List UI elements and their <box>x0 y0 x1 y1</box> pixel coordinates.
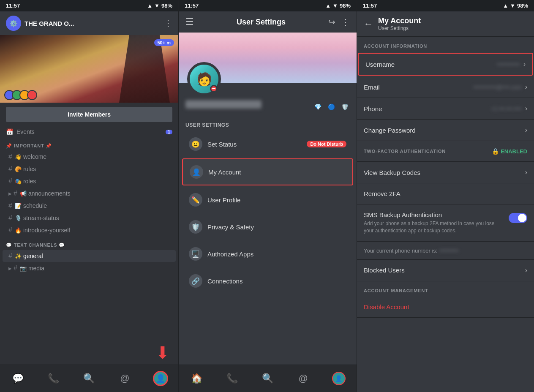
time-1: 11:57 <box>6 3 20 9</box>
my-account-item[interactable]: 👤 My Account <box>182 158 353 185</box>
bottom-nav-1: 💬 📞 🔍 @ 👤 <box>0 365 178 392</box>
hash-icon: # <box>8 252 12 260</box>
user-profile-item[interactable]: ✏️ User Profile <box>182 187 353 212</box>
blocked-users-label: Blocked Users <box>364 267 405 274</box>
shield-icon: 🛡️ <box>191 223 200 231</box>
authorized-apps-label: Authorized Apps <box>207 250 253 258</box>
nav-mentions[interactable]: @ <box>115 369 134 388</box>
nav-mentions-2[interactable]: @ <box>294 369 313 388</box>
privacy-icon: 🛡️ <box>189 220 202 234</box>
privacy-safety-label: Privacy & Safety <box>207 223 254 231</box>
channel-introduce-yourself[interactable]: # 🔥 introduce-yourself <box>3 224 176 236</box>
nav-search[interactable]: 🔍 <box>80 369 98 388</box>
blocked-users-item[interactable]: Blocked Users › <box>357 260 534 281</box>
server-menu-icon[interactable]: ⋮ <box>164 18 172 28</box>
section-important: 📌 IMPORTANT 📌 <box>0 137 178 150</box>
nav-home[interactable]: 💬 <box>8 369 27 388</box>
signal-icon: ▲ <box>147 3 153 9</box>
channel-schedule[interactable]: # 📝 schedule <box>3 200 176 212</box>
channel-stream-status[interactable]: # 🎙️ stream-status <box>3 212 176 224</box>
channel-name-welcome: welcome <box>23 153 46 160</box>
change-password-item[interactable]: Change Password › <box>357 120 534 141</box>
status-icons-2: ▲ ▼ 98% <box>325 3 351 9</box>
email-item[interactable]: Email ••••••••••••@••••.com › <box>357 76 534 98</box>
channel-name-schedule: schedule <box>23 202 47 209</box>
phone-value-area: +1 •••-•••-•••• › <box>491 105 527 112</box>
sms-backup-desc: Add your phone as a backup 2FA method in… <box>364 220 504 234</box>
channel-welcome[interactable]: # 👋 welcome <box>3 151 176 163</box>
nav-profile-2[interactable]: 👤 <box>330 369 348 388</box>
disable-account-item[interactable]: Disable Account <box>357 297 534 318</box>
sms-toggle[interactable] <box>509 213 527 223</box>
my-account-subtitle: User Settings <box>378 25 421 31</box>
remove-2fa-label: Remove 2FA <box>364 190 400 197</box>
my-account-icon: 👤 <box>190 165 203 179</box>
username-value: •••••••••••• <box>497 61 520 68</box>
expand-icon: ▶ <box>8 191 12 196</box>
nav-calls-2[interactable]: 📞 <box>223 369 241 388</box>
server-header[interactable]: ⚙️ THE GRAND O... ⋮ <box>0 11 178 35</box>
status-bar-1: 11:57 ▲ ▼ 98% <box>0 0 178 11</box>
two-factor-row: TWO-FACTOR AUTHENTICATION 🔒 ENABLED <box>357 141 534 162</box>
set-status-item[interactable]: 😐 Set Status Do Not Disturb <box>182 131 353 157</box>
username-item[interactable]: Username •••••••••••• › <box>358 53 533 76</box>
username-value-area: •••••••••••• › <box>497 60 526 68</box>
invite-members-button[interactable]: Invite Members <box>6 107 172 122</box>
channel-roles[interactable]: # 🎭 roles <box>3 175 176 187</box>
section-text-channels: 💬 TEXT CHANNELS 💬 <box>0 237 178 250</box>
channel-name-introduce-yourself: introduce-yourself <box>23 227 70 234</box>
channel-rules[interactable]: # 🥐 rules <box>3 163 176 175</box>
channel-list: 📅 Events 1 📌 IMPORTANT 📌 # 👋 welcome # 🥐… <box>0 126 178 365</box>
username-chevron: › <box>523 60 526 68</box>
hash-icon: # <box>14 190 17 197</box>
status-bar-2: 11:57 ▲ ▼ 98% <box>179 0 357 11</box>
down-arrow-indicator: ⬇ <box>155 343 170 362</box>
blocked-users-chevron: › <box>525 267 527 274</box>
connections-icon: 🔗 <box>189 274 202 288</box>
logout-icon[interactable]: ↪ <box>328 17 335 27</box>
nav-profile[interactable]: 👤 <box>151 369 170 388</box>
hash-icon: # <box>8 214 12 222</box>
badge-circle: 🔵 <box>326 102 336 112</box>
events-item[interactable]: 📅 Events 1 <box>0 126 178 137</box>
time-2: 11:57 <box>185 3 199 9</box>
enabled-text: ENABLED <box>501 148 527 155</box>
channel-announcements[interactable]: ▶ # 📢 announcements <box>3 188 176 199</box>
badge-50: 50+ m <box>154 39 174 46</box>
badge-shield: 🛡️ <box>340 102 350 112</box>
phone-item[interactable]: Phone +1 •••-•••-•••• › <box>357 98 534 120</box>
channel-name-roles: roles <box>23 178 36 185</box>
channel-general[interactable]: # ✨ general <box>3 250 176 262</box>
account-info-label: ACCOUNT INFORMATION <box>357 37 534 52</box>
set-status-label: Set Status <box>207 141 237 148</box>
view-backup-item[interactable]: View Backup Codes › <box>357 162 534 183</box>
nav-search-2[interactable]: 🔍 <box>258 369 277 388</box>
status-icons-3: ▲ ▼ 98% <box>503 3 528 9</box>
profile-info: 💎 🔵 🛡️ <box>179 83 357 118</box>
settings-header: ☰ User Settings ↪ ⋮ <box>179 11 357 33</box>
remove-2fa-item[interactable]: Remove 2FA <box>357 183 534 204</box>
hash-icon: # <box>8 202 12 210</box>
nav-calls[interactable]: 📞 <box>44 369 63 388</box>
more-icon[interactable]: ⋮ <box>341 17 350 27</box>
signal-icon-2: ▲ <box>325 3 331 9</box>
channel-name-general: general <box>23 253 43 259</box>
two-factor-label: TWO-FACTOR AUTHENTICATION <box>364 149 446 154</box>
back-button[interactable]: ← <box>364 19 373 30</box>
user-profile-icon: ✏️ <box>189 193 202 207</box>
panel-my-account: 11:57 ▲ ▼ 98% ← My Account User Settings… <box>357 0 534 392</box>
authorized-apps-item[interactable]: 🖥️ Authorized Apps <box>182 241 353 267</box>
hash-icon: # <box>14 264 17 272</box>
hamburger-icon[interactable]: ☰ <box>185 16 194 27</box>
change-password-chevron: › <box>525 126 527 134</box>
channel-name-media: media <box>28 265 44 272</box>
user-profile-label: User Profile <box>207 196 240 204</box>
toggle-knob <box>518 214 526 222</box>
channel-media[interactable]: ▶ # 📷 media <box>3 262 176 274</box>
nav-home-2[interactable]: 🏠 <box>187 369 206 388</box>
server-name: THE GRAND O... <box>25 20 164 27</box>
connections-item[interactable]: 🔗 Connections <box>182 268 353 294</box>
events-badge: 1 <box>166 130 172 134</box>
wifi-icon: ▼ <box>154 3 160 9</box>
privacy-safety-item[interactable]: 🛡️ Privacy & Safety <box>182 214 353 240</box>
